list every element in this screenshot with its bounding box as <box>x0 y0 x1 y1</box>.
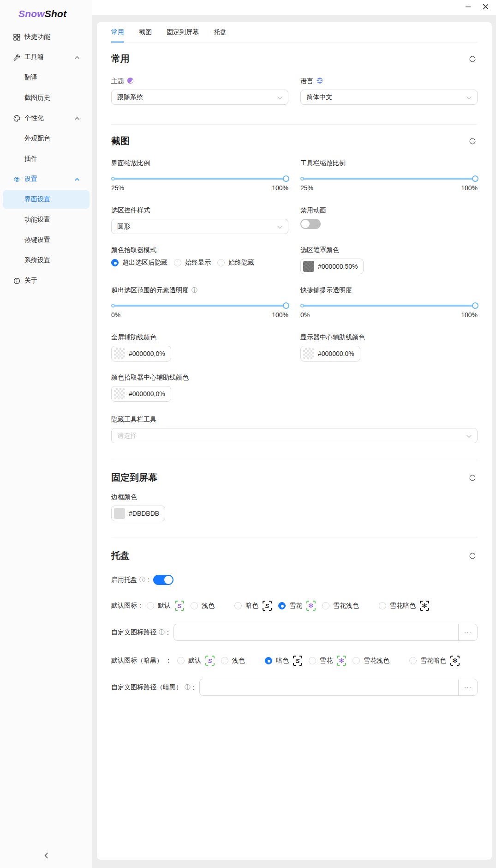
radio-label: 雪花浅色 <box>333 602 359 610</box>
radio-unchecked[interactable] <box>147 602 154 609</box>
radio-checked[interactable] <box>278 602 286 609</box>
radio-unchecked[interactable] <box>234 602 242 609</box>
tab-pin-to-screen[interactable]: 固定到屏幕 <box>167 22 199 42</box>
theme-select[interactable]: 跟随系统 <box>111 90 288 105</box>
chevron-down-icon <box>466 94 472 101</box>
language-label: 语言 <box>300 77 313 85</box>
radio-label: 雪花暗色 <box>390 602 416 610</box>
tray-icon-option-dark[interactable]: 暗色 S <box>234 601 272 611</box>
sidebar-item-system-settings[interactable]: 系统设置 <box>3 251 90 270</box>
tray-dark-icon-option-default[interactable]: 默认 S <box>177 656 215 666</box>
tab-tray[interactable]: 托盘 <box>214 22 227 42</box>
browse-button[interactable]: ··· <box>458 624 478 641</box>
reset-section-button[interactable] <box>467 54 478 64</box>
ui-scale-slider[interactable] <box>111 175 288 182</box>
radio-checked[interactable] <box>265 657 272 664</box>
enable-tray-toggle[interactable] <box>153 575 173 585</box>
sidebar-collapse-button[interactable] <box>38 848 54 864</box>
custom-path-dark-input[interactable] <box>199 679 458 696</box>
custom-path-input[interactable] <box>173 624 458 641</box>
sidebar-item-personalization[interactable]: 个性化 <box>3 109 90 127</box>
picker-mode-option-always-hide[interactable]: 始终隐藏 <box>217 259 254 267</box>
tray-snowflake-light-icon: ✻ <box>393 656 403 666</box>
dark-icon-label: 默认图标（暗黑） <box>111 657 163 665</box>
picker-mode-option-hide-after[interactable]: 超出选区后隐藏 <box>111 259 167 267</box>
disable-animation-toggle[interactable] <box>300 219 321 229</box>
picker-mode-option-always-show[interactable]: 始终显示 <box>174 259 211 267</box>
reset-section-button[interactable] <box>467 136 478 146</box>
fullscreen-guide-color-picker[interactable]: #000000,0% <box>111 346 171 362</box>
border-color-picker[interactable]: #DBDBDB <box>111 506 165 521</box>
beyond-opacity-slider[interactable] <box>111 302 288 309</box>
ellipsis-icon: ··· <box>464 684 472 691</box>
slider-handle[interactable] <box>472 302 478 309</box>
slider-max-label: 100% <box>272 311 288 319</box>
toolbar-scale-slider[interactable] <box>300 175 478 182</box>
minimize-icon <box>465 4 471 11</box>
tab-common[interactable]: 常用 <box>111 22 124 42</box>
sidebar-item-function-settings[interactable]: 功能设置 <box>3 211 90 229</box>
radio-unchecked[interactable] <box>221 657 228 664</box>
tab-screenshot[interactable]: 截图 <box>139 22 152 42</box>
sidebar-item-screenshot-history[interactable]: 截图历史 <box>3 89 90 107</box>
tray-dark-icon-option-snowflake[interactable]: 雪花 ✻ <box>309 656 347 666</box>
monitor-guide-label: 显示器中心辅助线颜色 <box>300 333 365 342</box>
sidebar-item-settings[interactable]: 设置 <box>3 170 90 188</box>
tray-dark-icon-option-light[interactable]: 浅色 S <box>221 656 259 666</box>
picker-guide-color-picker[interactable]: #000000,0% <box>111 386 171 402</box>
tray-s-dark-icon: S <box>293 656 303 666</box>
sidebar-item-quick-functions[interactable]: 快捷功能 <box>3 28 90 46</box>
slider-handle[interactable] <box>283 175 289 182</box>
hide-tools-select[interactable]: 请选择 <box>111 428 478 443</box>
tray-dark-icon-option-snowflake-light[interactable]: 雪花浅色 ✻ <box>353 656 403 666</box>
label-colon: : <box>139 602 141 609</box>
reset-section-button[interactable] <box>467 473 478 483</box>
tray-icon-option-light[interactable]: 浅色 S <box>191 601 228 611</box>
info-icon: ⓘ <box>185 683 191 692</box>
selection-style-select[interactable]: 圆形 <box>111 219 288 234</box>
theme-moon-icon <box>127 77 134 85</box>
tray-icon-option-snowflake-light[interactable]: 雪花浅色 ✻ <box>322 601 373 611</box>
tray-icon-option-default[interactable]: 默认 S <box>147 601 185 611</box>
sidebar-item-appearance[interactable]: 外观配色 <box>3 129 90 148</box>
radio-unchecked[interactable] <box>177 657 185 664</box>
tray-dark-icon-option-snowflake-dark[interactable]: 雪花暗色 ✻ <box>409 656 460 666</box>
hotkey-opacity-label: 快捷键提示透明度 <box>300 286 352 295</box>
language-select[interactable]: 简体中文 <box>300 90 478 105</box>
sidebar: SnowShot 快捷功能 工具箱 翻译 <box>0 0 92 868</box>
sidebar-item-hotkey-settings[interactable]: 热键设置 <box>3 231 90 249</box>
tray-icon-option-snowflake[interactable]: 雪花 ✻ <box>278 601 316 611</box>
sidebar-item-plugins[interactable]: 插件 <box>3 150 90 168</box>
ellipsis-icon: ··· <box>464 629 472 636</box>
sidebar-item-about[interactable]: 关于 <box>3 271 90 290</box>
radio-unchecked[interactable] <box>309 657 316 664</box>
disable-animation-label: 禁用动画 <box>300 206 326 215</box>
sidebar-item-toolbox[interactable]: 工具箱 <box>3 48 90 66</box>
minimize-button[interactable] <box>461 1 475 13</box>
tray-icon-option-snowflake-dark[interactable]: 雪花暗色 ✻ <box>379 601 430 611</box>
radio-unchecked[interactable] <box>353 657 360 664</box>
browse-button[interactable]: ··· <box>458 679 478 696</box>
reset-section-button[interactable] <box>467 551 478 561</box>
radio-unchecked[interactable] <box>174 259 181 266</box>
sidebar-item-translate[interactable]: 翻译 <box>3 68 90 87</box>
app-window: SnowShot 快捷功能 工具箱 翻译 <box>0 0 496 868</box>
hotkey-opacity-slider[interactable] <box>300 302 478 309</box>
tray-s-icon: S <box>205 656 215 666</box>
mask-color-picker[interactable]: #000000,50% <box>300 259 364 274</box>
label-colon: ： <box>165 657 172 665</box>
slider-handle[interactable] <box>472 175 478 182</box>
radio-unchecked[interactable] <box>409 657 417 664</box>
monitor-guide-color-picker[interactable]: #000000,0% <box>300 346 360 362</box>
close-button[interactable] <box>478 1 492 13</box>
tray-dark-icon-option-dark[interactable]: 暗色 S <box>265 656 303 666</box>
radio-unchecked[interactable] <box>217 259 225 266</box>
sidebar-item-interface-settings[interactable]: 界面设置 <box>3 190 90 209</box>
radio-unchecked[interactable] <box>191 602 198 609</box>
border-color-label: 边框颜色 <box>111 493 137 501</box>
info-circle-icon <box>13 277 20 284</box>
radio-unchecked[interactable] <box>322 602 329 609</box>
radio-unchecked[interactable] <box>379 602 386 609</box>
slider-handle[interactable] <box>283 302 289 309</box>
radio-checked[interactable] <box>111 259 119 266</box>
